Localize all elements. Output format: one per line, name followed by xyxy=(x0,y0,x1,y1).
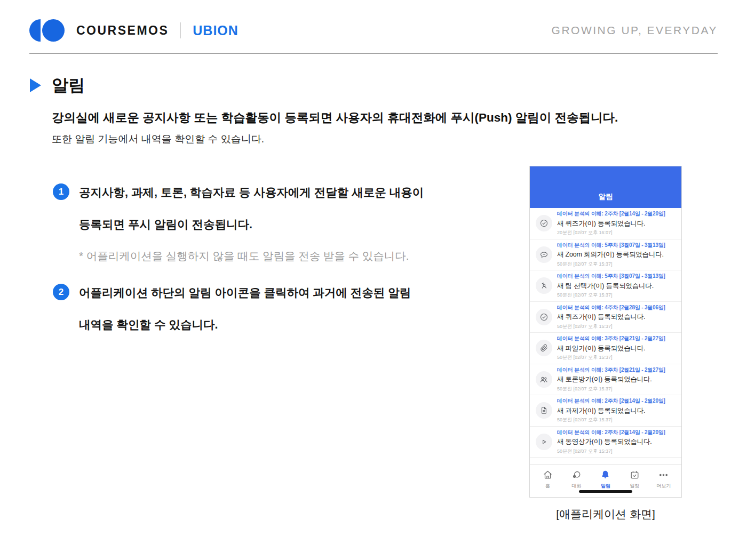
chat-icon xyxy=(571,469,582,481)
step-line: 내역을 확인할 수 있습니다. xyxy=(79,317,411,332)
notification-course: 데이터 분석의 이해: 5주차 [3월07일 - 3월13일] xyxy=(557,273,665,280)
notification-message: 새 과제가(이) 등록되었습니다. xyxy=(557,406,665,415)
section-title-row: 알림 xyxy=(30,74,747,97)
quiz-check-icon xyxy=(536,215,552,231)
sub-brand-name: UBION xyxy=(193,23,239,38)
step-text: 공지사항, 과제, 토론, 학습자료 등 사용자에게 전달할 새로운 내용이 등… xyxy=(79,185,424,285)
logo-circle xyxy=(42,19,65,42)
nav-item-alerts[interactable]: 알림 xyxy=(592,469,619,497)
notification-item[interactable]: 데이터 분석의 이해: 5주차 [3월07일 - 3월13일] 새 Zoom 회… xyxy=(530,239,681,271)
bell-icon xyxy=(600,469,611,481)
notification-item[interactable]: 데이터 분석의 이해: 5주차 [3월07일 - 3월13일] 새 팀 선택가(… xyxy=(530,270,681,302)
nav-label: 일정 xyxy=(630,483,639,490)
video-play-icon xyxy=(536,434,552,450)
quiz-check-icon xyxy=(536,309,552,325)
nav-item-more[interactable]: 더보기 xyxy=(650,469,677,497)
nav-item-schedule[interactable]: 일정 xyxy=(621,469,648,497)
notification-message: 새 파일가(이) 등록되었습니다. xyxy=(557,344,665,353)
notification-message: 새 동영상가(이) 등록되었습니다. xyxy=(557,437,665,446)
step-number-badge: 1 xyxy=(53,183,69,200)
app-header-bar: 알림 xyxy=(530,166,681,208)
nav-label: 알림 xyxy=(601,483,610,490)
page-title: 알림 xyxy=(52,74,85,97)
notification-item[interactable]: 데이터 분석의 이해: 3주차 [2월21일 - 2월27일] 새 파일가(이)… xyxy=(530,333,681,364)
home-icon xyxy=(542,469,553,481)
step-note: * 어플리케이션을 실행하지 않을 때도 알림을 전송 받을 수 있습니다. xyxy=(79,249,424,263)
notification-course: 데이터 분석의 이해: 3주차 [2월21일 - 2월27일] xyxy=(557,366,665,374)
section-arrow-icon xyxy=(30,78,41,92)
notification-item[interactable]: 데이터 분석의 이해: 2주차 [2월14일 - 2월20일] 새 동영상가(이… xyxy=(530,427,681,458)
notification-item[interactable]: 데이터 분석의 이해: 2주차 [2월14일 - 2월20일] 새 퀴즈가(이)… xyxy=(530,208,681,239)
more-icon xyxy=(658,469,669,481)
page-header: COURSEMOS UBION GROWING UP, EVERYDAY xyxy=(0,0,747,53)
notification-time: 50분전 [02/07 오후 15:37] xyxy=(557,261,665,268)
discussion-users-icon xyxy=(536,371,552,388)
coursemos-logo-icon xyxy=(29,19,65,42)
notification-time: 50분전 [02/07 오후 15:37] xyxy=(557,354,665,361)
notification-course: 데이터 분석의 이해: 4주차 [2월28일 - 3월06일] xyxy=(557,304,665,311)
file-clip-icon xyxy=(536,340,552,356)
brand-lockup: COURSEMOS UBION xyxy=(29,19,239,42)
notification-message: 새 토론방가(이) 등록되었습니다. xyxy=(557,375,665,384)
nav-spacer xyxy=(530,458,681,464)
notification-time: 50분전 [02/07 오후 15:37] xyxy=(557,323,665,330)
step-line: 등록되면 푸시 알림이 전송됩니다. xyxy=(79,217,424,232)
notification-message: 새 팀 선택가(이) 등록되었습니다. xyxy=(557,282,665,291)
nav-item-home[interactable]: 홈 xyxy=(534,469,561,497)
notification-course: 데이터 분석의 이해: 2주차 [2월14일 - 2월20일] xyxy=(557,429,665,436)
notification-time: 50분전 [02/07 오후 15:37] xyxy=(557,448,665,455)
notification-course: 데이터 분석의 이해: 5주차 [3월07일 - 3월13일] xyxy=(557,242,665,249)
step-line: 공지사항, 과제, 토론, 학습자료 등 사용자에게 전달할 새로운 내용이 xyxy=(79,185,424,200)
notification-time: 50분전 [02/07 오후 15:37] xyxy=(557,292,665,299)
logo-half-circle xyxy=(29,19,41,42)
notification-course: 데이터 분석의 이해: 3주차 [2월21일 - 2월27일] xyxy=(557,335,665,342)
header-divider xyxy=(29,53,718,54)
notification-message: 새 Zoom 회의가(이) 등록되었습니다. xyxy=(557,250,665,259)
notification-message: 새 퀴즈가(이) 등록되었습니다. xyxy=(557,219,665,228)
notification-time: 50분전 [02/07 오후 15:37] xyxy=(557,417,665,423)
assignment-doc-icon xyxy=(536,402,552,419)
intro-sub-text: 또한 알림 기능에서 내역을 확인할 수 있습니다. xyxy=(52,132,747,146)
notification-item[interactable]: 데이터 분석의 이해: 4주차 [2월28일 - 3월06일] 새 퀴즈가(이)… xyxy=(530,302,681,333)
video-meeting-icon xyxy=(536,246,552,263)
brand-divider xyxy=(180,22,181,38)
step-text: 어플리케이션 하단의 알림 아이콘을 클릭하여 과거에 전송된 알림 내역을 확… xyxy=(79,285,411,349)
calendar-icon xyxy=(629,469,640,481)
team-select-icon xyxy=(536,277,552,294)
brand-name: COURSEMOS xyxy=(76,23,169,38)
screenshot-caption: [애플리케이션 화면] xyxy=(529,507,682,522)
nav-item-chat[interactable]: 대화 xyxy=(563,469,590,497)
step-number-badge: 2 xyxy=(53,284,69,300)
step-line: 어플리케이션 하단의 알림 아이콘을 클릭하여 과거에 전송된 알림 xyxy=(79,285,411,300)
app-screenshot: 알림 데이터 분석의 이해: 2주차 [2월14일 - 2월20일] 새 퀴즈가… xyxy=(529,166,682,498)
home-indicator xyxy=(579,490,632,493)
notification-time: 20분전 [02/07 오후 16:07] xyxy=(557,229,665,236)
notification-item[interactable]: 데이터 분석의 이해: 3주차 [2월21일 - 2월27일] 새 토론방가(이… xyxy=(530,364,681,396)
app-header-title: 알림 xyxy=(599,192,613,202)
notification-list: 데이터 분석의 이해: 2주차 [2월14일 - 2월20일] 새 퀴즈가(이)… xyxy=(530,208,681,458)
intro-bold-text: 강의실에 새로운 공지사항 또는 학습활동이 등록되면 사용자의 휴대전화에 푸… xyxy=(52,109,747,126)
notification-time: 50분전 [02/07 오후 15:37] xyxy=(557,386,665,393)
nav-label: 더보기 xyxy=(656,483,671,490)
brand-tagline: GROWING UP, EVERYDAY xyxy=(552,24,718,37)
notification-message: 새 퀴즈가(이) 등록되었습니다. xyxy=(557,313,665,322)
notification-item[interactable]: 데이터 분석의 이해: 2주차 [2월14일 - 2월20일] 새 과제가(이)… xyxy=(530,395,681,427)
notification-course: 데이터 분석의 이해: 2주차 [2월14일 - 2월20일] xyxy=(557,397,665,405)
nav-label: 대화 xyxy=(572,483,582,490)
nav-label: 홈 xyxy=(545,483,550,490)
notification-course: 데이터 분석의 이해: 2주차 [2월14일 - 2월20일] xyxy=(557,210,665,218)
